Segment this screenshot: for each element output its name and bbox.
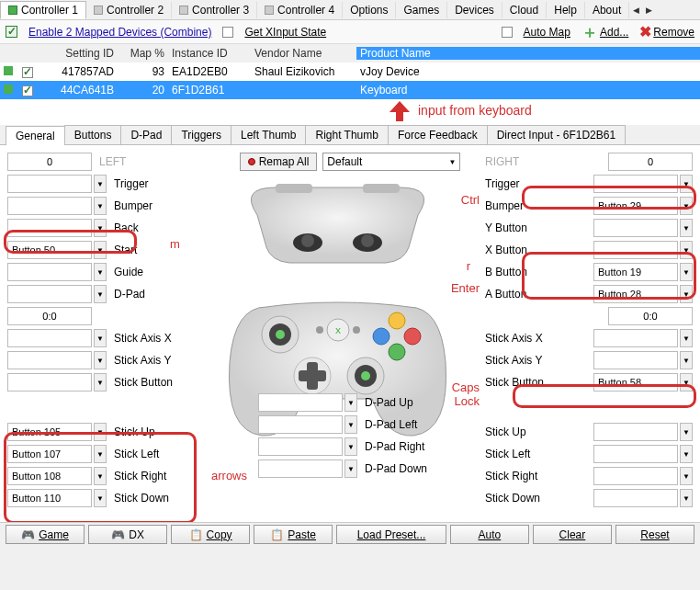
dropdown-icon[interactable]: ▼: [344, 415, 357, 434]
menu-cloud[interactable]: Cloud: [502, 2, 547, 18]
x-button-input[interactable]: [593, 241, 678, 259]
dropdown-icon[interactable]: ▼: [94, 329, 107, 347]
btn-load-preset[interactable]: Load Preset...: [336, 525, 446, 544]
stick-right-input[interactable]: Button 108: [7, 467, 92, 485]
left-bumper-input[interactable]: [7, 197, 92, 215]
btn-game[interactable]: 🎮Game: [6, 525, 85, 544]
btn-auto[interactable]: Auto: [450, 525, 529, 544]
enable-mapped-link[interactable]: Enable 2 Mapped Devices (Combine): [28, 26, 211, 39]
dropdown-icon[interactable]: ▼: [680, 219, 693, 237]
dpad-down-input[interactable]: [258, 460, 343, 478]
b-button-input[interactable]: Button 19: [593, 263, 678, 281]
dropdown-icon[interactable]: ▼: [680, 197, 693, 215]
right-stick-left-input[interactable]: [593, 445, 678, 463]
subtab-dpad[interactable]: D-Pad: [120, 125, 172, 144]
tab-controller-1[interactable]: Controller 1: [0, 1, 86, 19]
btn-reset[interactable]: Reset: [615, 525, 694, 544]
dpad-input[interactable]: [7, 285, 92, 303]
tab-controller-4[interactable]: Controller 4: [257, 2, 343, 18]
device-row[interactable]: 44CA641B 20 6F1D2B61 Keyboard: [0, 81, 700, 99]
right-axis-y-input[interactable]: [593, 351, 678, 369]
guide-input[interactable]: [7, 263, 92, 281]
dropdown-icon[interactable]: ▼: [94, 373, 107, 391]
menu-games[interactable]: Games: [396, 2, 447, 18]
left-axis-y-input[interactable]: [7, 351, 92, 369]
btn-dx[interactable]: 🎮DX: [88, 525, 167, 544]
subtab-direct-input[interactable]: Direct Input - 6F1D2B61: [487, 125, 626, 144]
start-input[interactable]: Button 50: [7, 241, 92, 259]
left-stick-btn-input[interactable]: [7, 373, 92, 391]
subtab-left-thumb[interactable]: Left Thumb: [231, 125, 306, 144]
dropdown-icon[interactable]: ▼: [94, 467, 107, 485]
dropdown-icon[interactable]: ▼: [94, 423, 107, 441]
right-axis-x-input[interactable]: [593, 329, 678, 347]
auto-map-link[interactable]: Auto Map: [524, 26, 570, 39]
dropdown-icon[interactable]: ▼: [680, 329, 693, 347]
menu-devices[interactable]: Devices: [447, 2, 502, 18]
scroll-right-icon[interactable]: ▶: [642, 1, 655, 19]
right-stick-right-input[interactable]: [593, 467, 678, 485]
dropdown-icon[interactable]: ▼: [94, 263, 107, 281]
device-row[interactable]: 417857AD 93 EA1D2EB0 Shaul Eizikovich vJ…: [0, 62, 700, 81]
remove-button[interactable]: ✖Remove: [639, 23, 694, 40]
menu-options[interactable]: Options: [343, 2, 396, 18]
dropdown-icon[interactable]: ▼: [94, 445, 107, 463]
dpad-right-input[interactable]: [258, 437, 343, 456]
subtab-force-feedback[interactable]: Force Feedback: [388, 125, 488, 144]
subtab-triggers[interactable]: Triggers: [171, 125, 231, 144]
dpad-up-input[interactable]: [258, 393, 343, 412]
dropdown-icon[interactable]: ▼: [680, 241, 693, 259]
left-axis-x-input[interactable]: [7, 329, 92, 347]
dropdown-icon[interactable]: ▼: [680, 351, 693, 369]
right-trigger-input[interactable]: [593, 175, 678, 193]
dropdown-icon[interactable]: ▼: [94, 197, 107, 215]
left-trigger-input[interactable]: [7, 175, 92, 193]
get-xinput-checkbox[interactable]: [222, 27, 233, 38]
btn-copy[interactable]: 📋Copy: [171, 525, 250, 544]
btn-paste[interactable]: 📋Paste: [254, 525, 333, 544]
dropdown-icon[interactable]: ▼: [94, 285, 107, 303]
dropdown-icon[interactable]: ▼: [680, 175, 693, 193]
auto-map-checkbox[interactable]: [502, 27, 513, 38]
dropdown-icon[interactable]: ▼: [344, 460, 357, 478]
dropdown-icon[interactable]: ▼: [344, 437, 357, 456]
dropdown-icon[interactable]: ▼: [94, 219, 107, 237]
dropdown-icon[interactable]: ▼: [94, 241, 107, 259]
right-stick-btn-input[interactable]: Button 58: [593, 373, 678, 391]
dropdown-icon[interactable]: ▼: [94, 175, 107, 193]
dropdown-icon[interactable]: ▼: [680, 423, 693, 441]
tab-controller-2[interactable]: Controller 2: [86, 2, 172, 18]
remap-all-button[interactable]: Remap All: [240, 153, 318, 171]
preset-dropdown[interactable]: Default▼: [322, 153, 460, 171]
menu-about[interactable]: About: [585, 2, 629, 18]
stick-down-input[interactable]: Button 110: [7, 489, 92, 507]
dropdown-icon[interactable]: ▼: [344, 393, 357, 412]
tab-controller-3[interactable]: Controller 3: [172, 2, 257, 18]
menu-help[interactable]: Help: [547, 2, 585, 18]
dropdown-icon[interactable]: ▼: [680, 285, 693, 303]
scroll-left-icon[interactable]: ◀: [629, 1, 642, 19]
right-bumper-input[interactable]: Button 29: [593, 197, 678, 215]
btn-clear[interactable]: Clear: [533, 525, 612, 544]
add-button[interactable]: ＋Add...: [581, 21, 628, 43]
dropdown-icon[interactable]: ▼: [680, 263, 693, 281]
row-checkbox[interactable]: [22, 85, 33, 96]
stick-left-input[interactable]: Button 107: [7, 445, 92, 463]
dropdown-icon[interactable]: ▼: [680, 373, 693, 391]
subtab-general[interactable]: General: [6, 126, 65, 145]
row-checkbox[interactable]: [22, 67, 33, 78]
dpad-left-input[interactable]: [258, 415, 343, 434]
stick-up-input[interactable]: Button 105: [7, 423, 92, 441]
back-input[interactable]: [7, 219, 92, 237]
dropdown-icon[interactable]: ▼: [680, 489, 693, 507]
dropdown-icon[interactable]: ▼: [680, 445, 693, 463]
right-stick-up-input[interactable]: [593, 423, 678, 441]
subtab-buttons[interactable]: Buttons: [64, 125, 122, 144]
dropdown-icon[interactable]: ▼: [680, 467, 693, 485]
get-xinput-link[interactable]: Get XInput State: [244, 26, 326, 39]
a-button-input[interactable]: Button 28: [593, 285, 678, 303]
subtab-right-thumb[interactable]: Right Thumb: [305, 125, 388, 144]
dropdown-icon[interactable]: ▼: [94, 489, 107, 507]
right-stick-down-input[interactable]: [593, 489, 678, 507]
dropdown-icon[interactable]: ▼: [94, 351, 107, 369]
